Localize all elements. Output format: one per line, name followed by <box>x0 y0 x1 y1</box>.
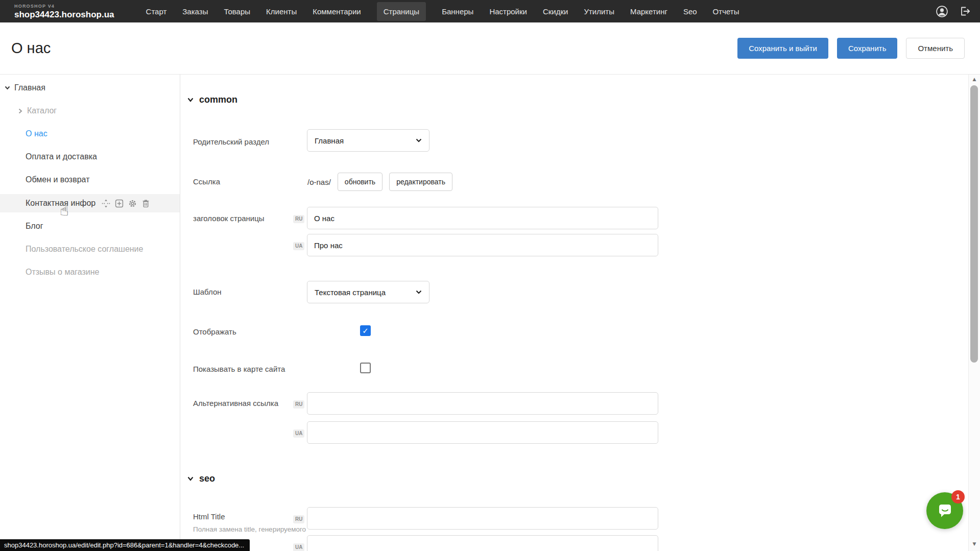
html-title-label: Html Title <box>193 512 225 521</box>
display-label: Отображать <box>193 327 236 336</box>
page-title-ua-input[interactable] <box>307 234 658 256</box>
status-url-bar: shop34423.horoshop.ua/edit/edit.php?id=6… <box>0 539 250 551</box>
template-value: Текстовая страница <box>315 288 386 297</box>
menu-item-banners[interactable]: Баннеры <box>442 2 473 21</box>
menu-item-utilities[interactable]: Утилиты <box>584 2 614 21</box>
parent-section-select[interactable]: Главная <box>307 129 429 152</box>
section-common-label: common <box>199 94 237 105</box>
menu-item-seo[interactable]: Seo <box>683 2 697 21</box>
sidebar-item-home[interactable]: Главная <box>0 79 180 97</box>
menu-item-start[interactable]: Старт <box>146 2 167 21</box>
topbar: HOROSHOP V4 shop34423.horoshop.ua Старт … <box>0 0 980 22</box>
pages-tree-sidebar: Главная Каталог О нас Оплата и доставка … <box>0 74 180 551</box>
cancel-button[interactable]: Отменить <box>906 38 965 59</box>
logout-icon[interactable] <box>959 5 971 17</box>
sidebar-item-user-agreement[interactable]: Пользовательское соглашение <box>0 240 180 258</box>
tree-row-actions <box>102 199 150 208</box>
menu-item-reports[interactable]: Отчеты <box>713 2 739 21</box>
section-common[interactable]: common <box>187 94 237 105</box>
page-header: О нас Сохранить и выйти Сохранить Отмени… <box>0 22 980 75</box>
logo[interactable]: HOROSHOP V4 shop34423.horoshop.ua <box>0 4 114 19</box>
scroll-up-button[interactable]: ▲ <box>969 77 980 82</box>
link-value: /o-nas/ <box>307 178 331 186</box>
menu-item-orders[interactable]: Заказы <box>182 2 208 21</box>
gear-icon[interactable] <box>128 199 137 208</box>
html-title-ua-input[interactable] <box>307 535 658 551</box>
display-checkbox[interactable] <box>360 325 371 336</box>
alt-link-ru-input[interactable] <box>307 392 658 415</box>
alt-link-ua-input[interactable] <box>307 421 658 444</box>
link-label: Ссылка <box>193 177 220 186</box>
link-edit-button[interactable]: редактировать <box>389 173 452 191</box>
sidebar-item-label: Каталог <box>27 106 57 115</box>
menu-item-marketing[interactable]: Маркетинг <box>630 2 667 21</box>
logo-version-label: HOROSHOP V4 <box>14 4 114 9</box>
chevron-down-icon <box>187 476 194 481</box>
add-page-icon[interactable] <box>115 199 124 208</box>
header-actions: Сохранить и выйти Сохранить Отменить <box>737 38 980 59</box>
horoshop-admin-screen: HOROSHOP V4 shop34423.horoshop.ua Старт … <box>0 0 980 551</box>
html-title-ru-input[interactable] <box>307 507 658 530</box>
chevron-down-icon[interactable] <box>5 86 10 90</box>
lang-badge-ua: UA <box>293 543 304 551</box>
template-select[interactable]: Текстовая страница <box>307 281 429 303</box>
vertical-scrollbar[interactable]: ▲ ▼ <box>968 74 980 551</box>
sidebar-item-label: Пользовательское соглашение <box>26 245 143 254</box>
page-title: О нас <box>11 40 51 57</box>
alt-link-label: Альтернативная ссылка <box>193 399 278 408</box>
sidebar-item-label: Обмен и возврат <box>26 175 89 184</box>
chevron-down-icon <box>416 138 422 142</box>
user-avatar-icon[interactable] <box>936 5 948 18</box>
page-title-ru-input[interactable] <box>307 207 658 229</box>
scroll-thumb[interactable] <box>970 85 978 363</box>
sidebar-item-label: Главная <box>14 83 45 92</box>
parent-section-label: Родительский раздел <box>193 137 269 146</box>
link-refresh-button[interactable]: обновить <box>338 173 383 191</box>
sidebar-item-label: Оплата и доставка <box>26 152 97 161</box>
menu-item-pages[interactable]: Страницы <box>377 2 426 21</box>
section-seo-label: seo <box>199 473 215 484</box>
trash-icon[interactable] <box>141 199 150 208</box>
menu-item-comments[interactable]: Комментарии <box>313 2 361 21</box>
sidebar-item-catalog[interactable]: Каталог <box>0 102 180 120</box>
sidebar-item-label: Контактная инфор <box>26 199 95 208</box>
topbar-right <box>936 5 980 18</box>
html-title-hint: Полная замена title, генерируемого <box>193 525 306 533</box>
menu-item-clients[interactable]: Клиенты <box>266 2 297 21</box>
page-title-field-label: заголовок страницы <box>193 214 265 223</box>
save-and-exit-button[interactable]: Сохранить и выйти <box>737 38 828 59</box>
sidebar-item-label: Отзывы о магазине <box>26 268 100 277</box>
sidebar-item-label: О нас <box>26 129 47 138</box>
sidebar-item-blog[interactable]: Блог <box>0 217 180 235</box>
chat-bubble-icon <box>935 501 954 520</box>
menu-item-products[interactable]: Товары <box>224 2 250 21</box>
sidebar-item-contact-info[interactable]: Контактная инфор <box>0 194 180 212</box>
scroll-down-button[interactable]: ▼ <box>969 541 980 546</box>
main-menu: Старт Заказы Товары Клиенты Комментарии … <box>146 2 739 21</box>
logo-domain: shop34423.horoshop.ua <box>14 10 114 19</box>
sidebar-item-store-reviews[interactable]: Отзывы о магазине <box>0 263 180 281</box>
parent-section-value: Главная <box>315 136 344 145</box>
sidebar-item-about[interactable]: О нас <box>0 125 180 143</box>
link-row: /o-nas/ обновить редактировать <box>307 173 452 191</box>
sidebar-item-exchange-return[interactable]: Обмен и возврат <box>0 171 180 189</box>
sitemap-checkbox[interactable] <box>360 363 371 373</box>
save-button[interactable]: Сохранить <box>837 38 898 59</box>
lang-badge-ua: UA <box>293 242 304 250</box>
sidebar-item-label: Блог <box>26 222 43 231</box>
lang-badge-ru: RU <box>293 400 304 409</box>
status-url-text: shop34423.horoshop.ua/edit/edit.php?id=6… <box>4 541 244 549</box>
sidebar-item-payment-delivery[interactable]: Оплата и доставка <box>0 148 180 166</box>
chevron-down-icon <box>187 98 194 102</box>
page-edit-form: common Родительский раздел Главная Ссылк… <box>180 74 969 551</box>
move-icon[interactable] <box>102 199 110 208</box>
menu-item-settings[interactable]: Настройки <box>489 2 527 21</box>
lang-badge-ua: UA <box>293 429 304 438</box>
menu-item-discounts[interactable]: Скидки <box>543 2 568 21</box>
chat-button[interactable]: 1 <box>926 492 963 529</box>
lang-badge-ru: RU <box>293 515 304 523</box>
chevron-right-icon[interactable] <box>18 108 22 114</box>
section-seo[interactable]: seo <box>187 473 215 484</box>
lang-badge-ru: RU <box>293 215 304 223</box>
chat-unread-badge: 1 <box>951 490 965 504</box>
